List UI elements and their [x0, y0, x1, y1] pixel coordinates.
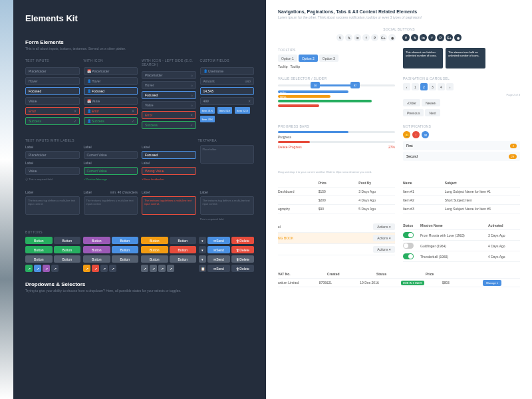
button[interactable]: Button: [25, 255, 53, 263]
tab[interactable]: Option 1: [278, 55, 297, 62]
vimeo-icon[interactable]: V: [336, 34, 344, 41]
button[interactable]: Button: [112, 237, 139, 244]
table-row[interactable]: artium Limited 8795621 19 Dec 2016 DUE I…: [278, 279, 520, 287]
input-icon[interactable]: 👤 Focused: [84, 87, 138, 95]
button[interactable]: Button: [112, 246, 139, 253]
send-button[interactable]: ✉ Send: [207, 265, 230, 272]
icon-button[interactable]: ↗: [43, 265, 50, 272]
range-slider[interactable]: 56 87: [278, 84, 395, 86]
instagram-icon[interactable]: ◉: [388, 34, 396, 41]
facebook-icon[interactable]: f: [428, 34, 436, 41]
button[interactable]: Button: [141, 246, 168, 253]
older-button[interactable]: ‹ Older: [403, 99, 420, 106]
table-row[interactable]: Item #2Short Subject Item: [403, 196, 520, 205]
input-hover[interactable]: Hover: [25, 77, 80, 85]
pinterest-icon[interactable]: P: [371, 34, 378, 41]
linkedin-icon[interactable]: in: [354, 34, 361, 41]
labeled-input-error[interactable]: Wrong Value: [142, 167, 196, 175]
search-input[interactable]: Focused⌕: [142, 91, 196, 99]
icon-button[interactable]: ↗: [83, 265, 90, 272]
toggle[interactable]: [403, 243, 414, 249]
send-button[interactable]: ✉ Send: [207, 255, 230, 263]
labeled-input-success[interactable]: Correct Value: [84, 167, 138, 175]
manage-button[interactable]: Manage ▾: [483, 280, 501, 286]
amount-input[interactable]: AmountUSD: [200, 77, 255, 85]
search-input[interactable]: Value⌕: [142, 101, 196, 109]
table-row[interactable]: Item #3Long Subject Name for Item #3: [403, 205, 520, 213]
textarea[interactable]: The textarea tag defines a multi-line te…: [25, 196, 80, 215]
facebook-icon[interactable]: f: [362, 34, 370, 41]
table-row[interactable]: Dashboard$1503 Days Ago: [278, 188, 395, 196]
notification[interactable]: Second29: [403, 152, 520, 161]
page-prev[interactable]: ‹: [403, 83, 410, 90]
icon-button[interactable]: ↗: [34, 265, 41, 272]
labeled-input[interactable]: Value: [25, 167, 80, 175]
delete-button[interactable]: 🗑 Delete: [231, 237, 254, 244]
input-success[interactable]: Success✓: [25, 117, 80, 125]
tag-input[interactable]: 499✕: [200, 97, 255, 105]
send-button[interactable]: ✉ Send: [207, 246, 230, 253]
textarea[interactable]: The textarea tag defines a multi-line te…: [84, 196, 138, 215]
button[interactable]: Button: [83, 237, 110, 244]
tab[interactable]: Option 3: [319, 55, 338, 62]
textarea[interactable]: Placeholder: [200, 145, 255, 164]
button[interactable]: Button: [141, 237, 168, 244]
input-value[interactable]: Value: [25, 97, 80, 105]
actions-button[interactable]: Actions ▾: [373, 246, 395, 253]
icon-button[interactable]: ↗: [100, 265, 108, 272]
button[interactable]: Button: [54, 255, 81, 263]
notification[interactable]: First2: [403, 141, 520, 150]
alert-icon[interactable]: !: [412, 131, 420, 138]
labeled-input[interactable]: Correct Value: [84, 151, 138, 159]
table-row[interactable]: Goldfinger (1964)4 Days Ago: [403, 241, 520, 251]
search-input[interactable]: Placeholder⌕: [142, 71, 196, 79]
table-row[interactable]: elActions ▾: [278, 221, 395, 233]
search-input-error[interactable]: Error✕: [142, 111, 196, 119]
textarea[interactable]: The textarea tag defines a multi-line te…: [200, 196, 255, 215]
next-button[interactable]: Next: [425, 109, 440, 116]
newer-button[interactable]: Newer ›: [422, 99, 440, 106]
button[interactable]: Button: [25, 246, 53, 253]
page-active[interactable]: 2: [420, 83, 428, 90]
button[interactable]: Button: [141, 255, 168, 263]
dropdown-button[interactable]: ▾: [199, 246, 206, 253]
chip[interactable]: Item #1 ✕: [200, 107, 215, 114]
number-input[interactable]: 14,543: [200, 87, 255, 95]
button[interactable]: Button: [83, 246, 110, 253]
button[interactable]: Button: [54, 246, 81, 253]
google-icon[interactable]: G+: [446, 34, 453, 41]
page[interactable]: 1: [412, 83, 419, 90]
labeled-input-focus[interactable]: Focused: [142, 151, 196, 159]
bell-icon[interactable]: 🔔: [403, 131, 410, 138]
page[interactable]: 3: [429, 83, 436, 90]
page[interactable]: 4: [438, 83, 445, 90]
table-row[interactable]: NG BOOKActions ▾: [278, 233, 395, 244]
toggle[interactable]: [403, 232, 414, 238]
table-row[interactable]: $2004 Days Ago: [278, 196, 395, 205]
tab-active[interactable]: Option 2: [299, 55, 318, 62]
button[interactable]: Button: [170, 255, 197, 263]
mail-icon[interactable]: ✉: [422, 131, 429, 138]
prev-button[interactable]: Previous: [403, 109, 424, 116]
input-icon[interactable]: 📅 Value: [84, 97, 138, 105]
icon-button[interactable]: ↗: [167, 265, 174, 272]
button[interactable]: Button: [25, 237, 53, 244]
icon-button[interactable]: ↗: [150, 265, 157, 272]
icon-button[interactable]: ↗: [25, 265, 33, 272]
input-icon-error[interactable]: 👤 Error✕: [84, 107, 138, 115]
twitter-icon[interactable]: 𝕏: [345, 34, 352, 41]
labeled-input[interactable]: Placeholder: [25, 151, 80, 159]
button[interactable]: Button: [112, 255, 139, 263]
icon-button[interactable]: ↗: [92, 265, 99, 272]
table-row[interactable]: ography$905 Days Ago: [278, 205, 395, 213]
input-icon[interactable]: 📅 Placeholder: [84, 67, 138, 75]
button[interactable]: Button: [170, 237, 197, 244]
twitter-icon[interactable]: 𝕏: [411, 34, 418, 41]
delete-button[interactable]: 🗑 Delete: [231, 255, 254, 263]
icon-button[interactable]: ↗: [51, 265, 59, 272]
input-placeholder[interactable]: Placeholder: [25, 67, 80, 75]
chip[interactable]: Item #3 ✕: [200, 116, 215, 122]
dropdown-button[interactable]: ▾: [199, 237, 206, 244]
chip[interactable]: Item #1 ✕: [217, 107, 232, 114]
icon-button[interactable]: ↗: [141, 265, 148, 272]
